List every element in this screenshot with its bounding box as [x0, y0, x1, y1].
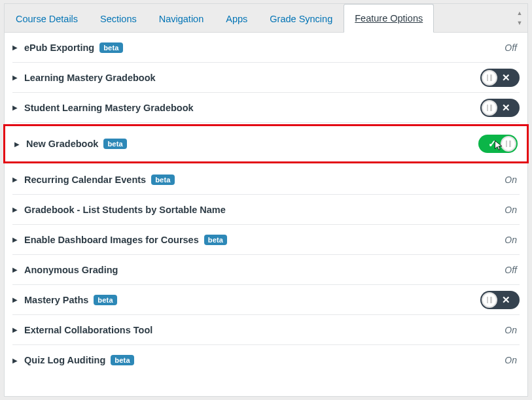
chevron-right-icon[interactable]: ▶: [12, 357, 19, 364]
tab-apps[interactable]: Apps: [215, 4, 258, 33]
settings-tabs: Course DetailsSectionsNavigationAppsGrad…: [5, 4, 527, 33]
feature-title: External Collaborations Tool: [24, 325, 152, 335]
feature-state-text: On: [505, 325, 517, 335]
highlighted-feature: ▶New Gradebookbeta✓: [3, 124, 529, 163]
feature-row-epub-exporting: ▶ePub ExportingbetaOff: [12, 33, 520, 63]
chevron-right-icon[interactable]: ▶: [12, 266, 19, 273]
close-icon: ✕: [499, 294, 513, 306]
feature-title: Recurring Calendar Events: [24, 175, 146, 185]
feature-row-external-collaborations-tool: ▶External Collaborations ToolOn: [12, 315, 520, 345]
tab-scroll-up-icon[interactable]: ▲: [514, 10, 525, 16]
chevron-right-icon[interactable]: ▶: [12, 326, 19, 333]
feature-row-learning-mastery-gradebook: ▶Learning Mastery Gradebook✕: [12, 63, 520, 93]
chevron-right-icon[interactable]: ▶: [12, 44, 19, 51]
feature-row-anonymous-grading: ▶Anonymous GradingOff: [12, 255, 520, 285]
feature-state-text: On: [505, 205, 517, 215]
toggle-knob: [501, 136, 516, 152]
toggle-new-gradebook[interactable]: ✓: [478, 135, 518, 153]
feature-state-text: On: [505, 235, 517, 245]
feature-row-left: ▶Gradebook - List Students by Sortable N…: [12, 205, 505, 215]
chevron-right-icon[interactable]: ▶: [12, 74, 19, 81]
chevron-right-icon[interactable]: ▶: [12, 296, 19, 303]
beta-badge: beta: [111, 355, 133, 365]
feature-row-recurring-calendar-events: ▶Recurring Calendar EventsbetaOn: [12, 165, 520, 195]
feature-row-enable-dashboard-images: ▶Enable Dashboard Images for Coursesbeta…: [12, 225, 520, 255]
tab-navigation[interactable]: Navigation: [148, 4, 215, 33]
close-icon: ✕: [499, 102, 513, 114]
tab-grade-syncing[interactable]: Grade Syncing: [258, 4, 344, 33]
feature-title: Enable Dashboard Images for Courses: [24, 235, 199, 245]
feature-title: ePub Exporting: [24, 42, 94, 53]
feature-row-left: ▶Recurring Calendar Eventsbeta: [12, 175, 505, 185]
chevron-right-icon[interactable]: ▶: [12, 176, 19, 183]
feature-row-left: ▶Learning Mastery Gradebook: [12, 73, 480, 83]
feature-state-text: Off: [505, 265, 517, 275]
chevron-right-icon[interactable]: ▶: [14, 141, 21, 148]
feature-title: Quiz Log Auditing: [24, 355, 105, 365]
beta-badge: beta: [204, 235, 227, 245]
feature-title: New Gradebook: [26, 139, 98, 149]
feature-options-list: ▶ePub ExportingbetaOff▶Learning Mastery …: [5, 33, 527, 378]
beta-badge: beta: [99, 42, 122, 53]
chevron-right-icon[interactable]: ▶: [12, 206, 19, 213]
chevron-right-icon[interactable]: ▶: [12, 104, 19, 111]
toggle-knob: [482, 292, 497, 308]
beta-badge: beta: [151, 175, 174, 185]
toggle-student-learning-mastery[interactable]: ✕: [480, 99, 520, 117]
toggle-knob: [482, 100, 497, 116]
feature-row-left: ▶Mastery Pathsbeta: [12, 295, 480, 305]
beta-badge: beta: [94, 295, 116, 305]
feature-row-left: ▶Student Learning Mastery Gradebook: [12, 103, 480, 113]
feature-title: Mastery Paths: [24, 295, 88, 305]
feature-title: Learning Mastery Gradebook: [24, 73, 156, 83]
beta-badge: beta: [103, 139, 126, 149]
feature-row-left: ▶Enable Dashboard Images for Coursesbeta: [12, 235, 505, 245]
feature-row-left: ▶External Collaborations Tool: [12, 325, 505, 335]
tab-feature-options[interactable]: Feature Options: [344, 4, 434, 33]
chevron-right-icon[interactable]: ▶: [12, 236, 19, 243]
feature-row-gradebook-list-sortable-name: ▶Gradebook - List Students by Sortable N…: [12, 195, 520, 225]
toggle-learning-mastery-gradebook[interactable]: ✕: [480, 69, 520, 87]
feature-row-left: ▶ePub Exportingbeta: [12, 42, 505, 53]
feature-row-mastery-paths: ▶Mastery Pathsbeta✕: [12, 285, 520, 315]
feature-title: Anonymous Grading: [24, 265, 118, 275]
feature-title: Gradebook - List Students by Sortable Na…: [24, 205, 226, 215]
tab-course-details[interactable]: Course Details: [5, 4, 89, 33]
feature-title: Student Learning Mastery Gradebook: [24, 103, 194, 113]
tab-scroll-arrows: ▲ ▼: [514, 4, 525, 32]
feature-state-text: Off: [505, 42, 517, 53]
feature-row-left: ▶Quiz Log Auditingbeta: [12, 355, 505, 365]
feature-state-text: On: [505, 175, 517, 185]
feature-row-new-gradebook: ▶New Gradebookbeta✓: [14, 129, 518, 159]
feature-row-left: ▶Anonymous Grading: [12, 265, 505, 275]
tab-sections[interactable]: Sections: [89, 4, 148, 33]
tab-scroll-down-icon[interactable]: ▼: [514, 20, 525, 26]
close-icon: ✕: [499, 72, 513, 84]
toggle-mastery-paths[interactable]: ✕: [480, 291, 520, 309]
feature-row-student-learning-mastery: ▶Student Learning Mastery Gradebook✕: [12, 93, 520, 123]
feature-row-left: ▶New Gradebookbeta: [14, 139, 478, 149]
feature-row-quiz-log-auditing: ▶Quiz Log AuditingbetaOn: [12, 345, 520, 375]
feature-state-text: On: [505, 355, 517, 365]
check-icon: ✓: [485, 138, 499, 150]
toggle-knob: [482, 70, 497, 86]
